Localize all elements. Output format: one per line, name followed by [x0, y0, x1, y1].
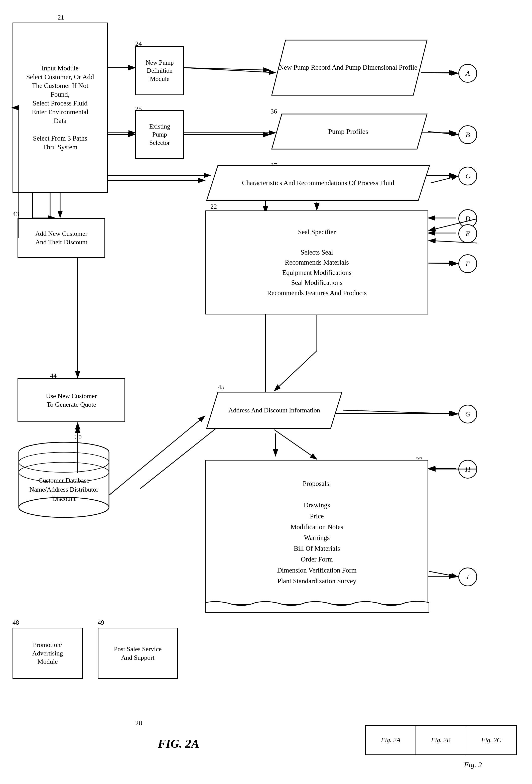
post-sales-text: Post Sales Service And Support: [114, 645, 162, 662]
new-pump-def-text: New Pump Definition Module: [146, 59, 174, 83]
ref-22: 22: [210, 203, 217, 211]
svg-line-58: [274, 430, 317, 459]
input-module-text: Input Module Select Customer, Or Add The…: [26, 64, 94, 152]
figure-table: Fig. 2A Fig. 2B Fig. 2C: [365, 725, 517, 755]
proposals-box: Proposals: Drawings Price Modification N…: [205, 460, 428, 605]
fig-2c-cell: Fig. 2C: [466, 726, 516, 754]
fig-2b-cell: Fig. 2B: [416, 726, 466, 754]
diagram-container: 21 Input Module Select Customer, Or Add …: [0, 0, 532, 784]
connector-b: B: [459, 125, 477, 144]
char-recs-shape: Characteristics And Recommendations Of P…: [205, 164, 431, 202]
customer-db-text: Customer Database Name/Address Distribut…: [25, 476, 103, 503]
new-pump-record-text: New Pump Record And Pump Dimensional Pro…: [278, 44, 418, 91]
char-recs-text: Characteristics And Recommendations Of P…: [213, 168, 423, 198]
ref-49: 49: [98, 619, 104, 626]
existing-pump-text: Existing Pump Selector: [149, 122, 170, 147]
connector-i: I: [459, 567, 477, 586]
address-discount-text: Address And Discount Information: [213, 396, 336, 425]
ref-43: 43: [12, 211, 19, 218]
promotion-text: Promotion/ Advertising Module: [32, 641, 63, 666]
ref-21: 21: [58, 14, 64, 21]
svg-line-44: [428, 132, 458, 135]
ref-48: 48: [12, 619, 19, 626]
connector-g: G: [459, 405, 477, 423]
connector-f: F: [459, 254, 477, 273]
new-pump-def-box: New Pump Definition Module: [135, 46, 184, 95]
svg-line-46: [431, 176, 458, 183]
fig-2-label: Fig. 2: [464, 760, 482, 769]
post-sales-box: Post Sales Service And Support: [98, 628, 178, 679]
svg-line-57: [343, 410, 458, 414]
svg-line-3: [183, 68, 275, 73]
input-module-box: Input Module Select Customer, Or Add The…: [12, 23, 108, 193]
add-new-customer-box: Add New Customer And Their Discount: [18, 218, 105, 258]
fig-2a-title: FIG. 2A: [158, 737, 199, 750]
svg-line-56: [110, 416, 205, 495]
ref-30: 30: [75, 433, 82, 441]
svg-line-50: [429, 263, 458, 263]
fig-2a-cell: Fig. 2A: [366, 726, 416, 754]
ref-45: 45: [218, 383, 225, 391]
pump-profiles-shape: Pump Profiles: [270, 113, 428, 150]
address-discount-shape: Address And Discount Information: [205, 391, 343, 430]
connector-e: E: [459, 224, 477, 243]
proposals-text: Proposals: Drawings Price Modification N…: [277, 478, 356, 587]
connector-a: A: [459, 64, 477, 83]
promotion-box: Promotion/ Advertising Module: [12, 628, 83, 679]
connector-h: H: [459, 460, 477, 479]
new-pump-record-shape: New Pump Record And Pump Dimensional Pro…: [270, 39, 428, 96]
use-new-customer-box: Use New Customer To Generate Quote: [18, 379, 125, 422]
torn-paper-svg: [205, 600, 429, 613]
customer-db-shape: Customer Database Name/Address Distribut…: [18, 441, 110, 524]
svg-line-62: [274, 351, 317, 391]
existing-pump-box: Existing Pump Selector: [135, 110, 184, 159]
svg-line-41: [428, 73, 458, 73]
svg-line-40: [184, 68, 270, 70]
ref-20: 20: [135, 719, 142, 727]
svg-line-60: [429, 571, 458, 577]
seal-specifier-text: Seal Specifier Selects Seal Recommends M…: [267, 227, 367, 298]
seal-specifier-box: Seal Specifier Selects Seal Recommends M…: [205, 211, 428, 314]
pump-profiles-text: Pump Profiles: [278, 115, 418, 148]
add-new-customer-text: Add New Customer And Their Discount: [35, 229, 87, 247]
connector-c: C: [459, 167, 477, 186]
use-new-customer-text: Use New Customer To Generate Quote: [46, 392, 97, 409]
